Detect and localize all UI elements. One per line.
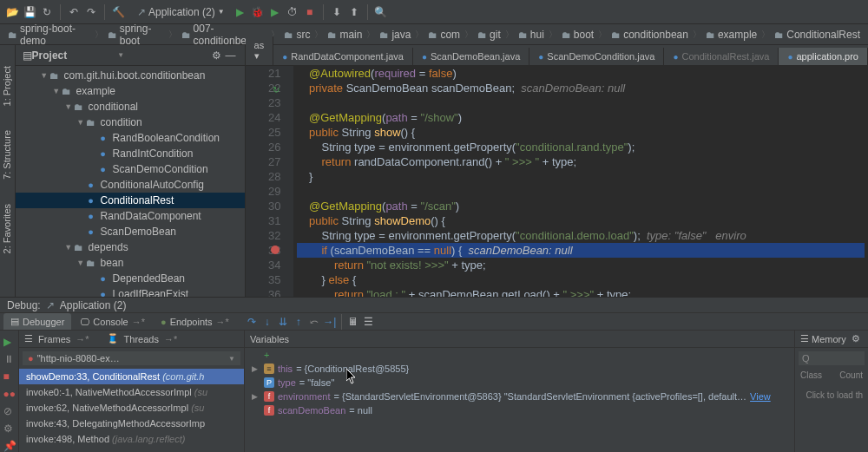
breadcrumb-item[interactable]: 🖿git <box>475 28 503 42</box>
vcs-icon[interactable]: ⬇ <box>330 5 344 19</box>
stack-frame[interactable]: invoke:43, DelegatingMethodAccessorImp <box>19 416 244 431</box>
thread-selector[interactable]: ● "http-nio-8080-ex… ▼ <box>23 351 240 365</box>
editor-tab[interactable]: ●application.pro <box>779 48 868 65</box>
breadcrumb-item[interactable]: 🖿ConditionalRest <box>772 28 863 42</box>
run-config-label: Application (2) <box>148 6 215 18</box>
breadcrumb-item[interactable]: 🖿com <box>425 28 463 42</box>
tree-item[interactable]: ●RandBooleanCondition <box>16 130 245 146</box>
editor-tab[interactable]: ●RandDataComponent.java <box>273 48 413 65</box>
tree-item[interactable]: ●RandDataComponent <box>16 208 245 224</box>
stack-frame[interactable]: showDemo:33, ConditionalRest (com.git.h <box>19 369 244 384</box>
left-tool-rail: 1: Project 7: Structure 2: Favorites <box>0 45 16 297</box>
trace-icon[interactable]: ☰ <box>362 315 376 329</box>
eval-icon[interactable]: 🖩 <box>346 315 360 329</box>
tree-item[interactable]: ●ConditionalAutoConfig <box>16 177 245 193</box>
editor-tab[interactable]: ●ConditionalRest.java <box>664 48 779 65</box>
step-into-icon[interactable]: ↓ <box>260 315 274 329</box>
breadcrumb-bar: 🖿spring-boot-demo〉🖿spring-boot〉🖿007-cond… <box>0 24 868 45</box>
project-settings-icon[interactable]: ⚙ <box>210 49 224 62</box>
breadcrumb-item[interactable]: 🖿example <box>703 28 760 42</box>
tree-item[interactable]: ▼🖿condition <box>16 115 245 130</box>
settings-icon[interactable]: ⚙ <box>3 423 16 435</box>
endpoints-tab[interactable]: ●Endpoints→* <box>154 314 236 330</box>
breadcrumb-item[interactable]: 🖿java <box>377 28 413 42</box>
editor-tab[interactable]: ●ScanDemoCondition.java <box>529 48 664 65</box>
variable-row[interactable]: ▶f environment = {StandardServletEnviron… <box>245 390 794 403</box>
tree-item[interactable]: ●DependedBean <box>16 271 245 286</box>
step-out-icon[interactable]: ↑ <box>292 315 306 329</box>
project-view-dd[interactable]: ▼ <box>117 51 124 59</box>
threads-title: Threads <box>124 334 159 344</box>
tree-item[interactable]: ●ScanDemoBean <box>16 224 245 239</box>
run-config-selector[interactable]: ↗ Application (2) ▼ <box>132 6 230 18</box>
search-icon[interactable]: 🔍 <box>374 5 388 19</box>
debug-panel: Debug: ↗ Application (2) ▤Debugger 🖵Cons… <box>0 297 868 452</box>
frames-list[interactable]: showDemo:33, ConditionalRest (com.git.hi… <box>19 369 244 447</box>
pin-icon[interactable]: 📌 <box>3 440 16 452</box>
tree-item[interactable]: ●LoadIfBeanExist <box>16 286 245 297</box>
breadcrumb-item[interactable]: 🖿conditionbean <box>608 28 691 42</box>
hammer-icon[interactable]: 🔨 <box>111 5 125 19</box>
project-tree[interactable]: ▼🖿com.git.hui.boot.conditionbean▼🖿exampl… <box>16 66 245 297</box>
coverage-icon[interactable]: ▶ <box>268 5 282 19</box>
breadcrumb-item[interactable]: 🖿spring-boot <box>105 22 167 48</box>
mute-bp-icon[interactable]: ⊘ <box>3 405 16 417</box>
stack-frame[interactable]: invoke:498, Method (java.lang.reflect) <box>19 431 244 447</box>
frames-title: Frames <box>38 334 70 344</box>
stop-icon[interactable]: ■ <box>303 5 317 19</box>
vars-title: Variables <box>250 334 289 344</box>
view-bp-icon[interactable]: ●● <box>3 388 16 400</box>
save-icon[interactable]: 💾 <box>23 5 36 19</box>
breadcrumb-item[interactable]: 🖿boot <box>559 28 596 42</box>
editor-area: as ▾●RandDataComponent.java●ScanDemoBean… <box>246 45 868 297</box>
stack-frame[interactable]: invoke:62, NativeMethodAccessorImpl (su <box>19 400 244 416</box>
tree-item[interactable]: ▼🖿com.git.hui.boot.conditionbean <box>16 68 245 83</box>
tree-item[interactable]: ●ScanDemoCondition <box>16 161 245 177</box>
breadcrumb-item[interactable]: 🖿hui <box>516 28 547 42</box>
tree-item[interactable]: ●RandIntCondition <box>16 146 245 161</box>
editor-gutter[interactable]: 2122↻2324252627282930313233343536373839 <box>246 66 293 297</box>
memory-settings-icon[interactable]: ⚙ <box>849 332 863 346</box>
favorites-tool-tab[interactable]: 2: Favorites <box>0 200 14 257</box>
debug-config-label: Application (2) <box>60 299 127 311</box>
refresh-icon[interactable]: ↻ <box>40 5 54 19</box>
step-over-icon[interactable]: ↷ <box>245 315 259 329</box>
frames-panel: ☰Frames →* 🧵Threads →* ● "http-nio-8080-… <box>19 331 245 452</box>
vcs-up-icon[interactable]: ⬆ <box>347 5 361 19</box>
open-icon[interactable]: 📂 <box>5 5 19 19</box>
breadcrumb-item[interactable]: 🖿src <box>281 28 312 42</box>
force-step-icon[interactable]: ⇊ <box>276 315 290 329</box>
variable-row[interactable]: P type = "false" <box>245 376 794 390</box>
resume-icon[interactable]: ▶ <box>3 336 16 348</box>
debug-icon[interactable]: 🐞 <box>251 5 265 19</box>
editor-body[interactable]: @Autowired(required = false) private Sca… <box>293 66 868 297</box>
project-tool-tab[interactable]: 1: Project <box>0 62 14 109</box>
stop-debug-icon[interactable]: ■ <box>3 370 16 383</box>
editor-tab[interactable]: as ▾ <box>246 36 274 65</box>
structure-tool-tab[interactable]: 7: Structure <box>0 127 14 183</box>
hide-icon[interactable]: — <box>224 49 238 62</box>
memory-search[interactable]: Q <box>799 351 865 365</box>
breadcrumb-item[interactable]: 🖿spring-boot-demo <box>5 22 93 48</box>
tree-item[interactable]: ▼🖿depends <box>16 239 245 255</box>
redo-icon[interactable]: ↷ <box>84 5 98 19</box>
tree-item[interactable]: ▼🖿example <box>16 83 245 99</box>
debugger-tab[interactable]: ▤Debugger <box>3 313 71 330</box>
tree-item[interactable]: ●ConditionalRest <box>16 193 245 208</box>
stack-frame[interactable]: invoke0:-1, NativeMethodAccessorImpl (su <box>19 384 244 400</box>
editor-tab[interactable]: ●ScanDemoBean.java <box>413 48 529 65</box>
drop-frame-icon[interactable]: ⤺ <box>307 315 321 329</box>
variable-row[interactable]: f scanDemoBean = null <box>245 403 794 417</box>
run-icon[interactable]: ▶ <box>233 5 247 19</box>
breadcrumb-item[interactable]: 🖿main <box>325 28 365 42</box>
variables-list[interactable]: +▶≡ this = {ConditionalRest@5855}P type … <box>245 348 794 417</box>
run-to-cursor-icon[interactable]: →| <box>323 315 337 329</box>
profile-icon[interactable]: ⏱ <box>286 5 299 19</box>
debug-toolbar: ▶ ⏸ ■ ●● ⊘ ⚙ 📌 <box>0 331 19 452</box>
console-tab[interactable]: 🖵Console→* <box>73 314 152 330</box>
tree-item[interactable]: ▼🖿conditional <box>16 99 245 115</box>
undo-icon[interactable]: ↶ <box>67 5 81 19</box>
tree-item[interactable]: ▼🖿bean <box>16 255 245 271</box>
variable-row[interactable]: ▶≡ this = {ConditionalRest@5855} <box>245 362 794 376</box>
pause-icon[interactable]: ⏸ <box>3 353 16 365</box>
